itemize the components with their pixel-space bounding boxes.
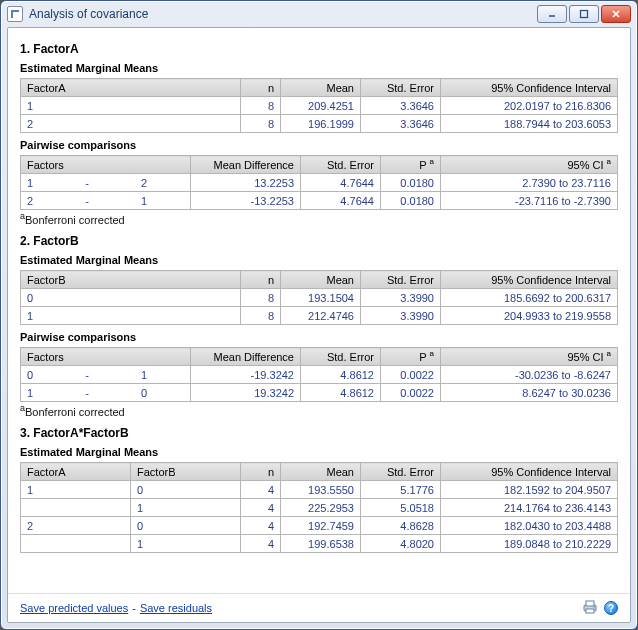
results-scroll[interactable]: 1. FactorAEstimated Marginal MeansFactor… xyxy=(8,28,630,593)
table-row: 104193.55505.1776182.1592 to 204.9507 xyxy=(21,481,618,499)
pairwise-table: FactorsMean DifferenceStd. ErrorP a95% C… xyxy=(20,347,618,402)
col-factors: Factors xyxy=(21,156,191,174)
svg-rect-1 xyxy=(581,11,588,18)
svg-point-7 xyxy=(593,606,595,608)
col-factors: Factors xyxy=(21,348,191,366)
col-ci: 95% CI a xyxy=(441,348,618,366)
col-diff: Mean Difference xyxy=(191,156,301,174)
emm-title: Estimated Marginal Means xyxy=(20,446,618,458)
maximize-button[interactable] xyxy=(569,5,599,23)
table-header-row: FactorAnMeanStd. Error95% Confidence Int… xyxy=(21,79,618,97)
col-fa: FactorA xyxy=(21,463,131,481)
pairwise-table: FactorsMean DifferenceStd. ErrorP a95% C… xyxy=(20,155,618,210)
col-se: Std. Error xyxy=(301,156,381,174)
footer-sep: - xyxy=(132,602,136,614)
col-mean: Mean xyxy=(281,463,361,481)
section-heading: 3. FactorA*FactorB xyxy=(20,426,618,440)
emm-table: FactorBnMeanStd. Error95% Confidence Int… xyxy=(20,270,618,325)
save-predicted-link[interactable]: Save predicted values xyxy=(20,602,128,614)
col-se: Std. Error xyxy=(361,463,441,481)
col-se: Std. Error xyxy=(301,348,381,366)
col-mean: Mean xyxy=(281,79,361,97)
col-ci: 95% CI a xyxy=(441,156,618,174)
col-ci: 95% Confidence Interval xyxy=(441,463,618,481)
table-header-row: FactorBnMeanStd. Error95% Confidence Int… xyxy=(21,271,618,289)
footer: Save predicted values - Save residuals ? xyxy=(8,593,630,622)
table-header-row: FactorsMean DifferenceStd. ErrorP a95% C… xyxy=(21,348,618,366)
document-icon xyxy=(7,6,23,22)
table-row: 0-1-19.32424.86120.0022-30.0236 to -8.62… xyxy=(21,366,618,384)
pairwise-title: Pairwise comparisons xyxy=(20,139,618,151)
close-button[interactable] xyxy=(601,5,631,23)
col-se: Std. Error xyxy=(361,79,441,97)
col-n: n xyxy=(241,271,281,289)
window-title: Analysis of covariance xyxy=(29,7,148,21)
window: Analysis of covariance 1. FactorAEstimat… xyxy=(0,0,638,630)
emm-table: FactorAnMeanStd. Error95% Confidence Int… xyxy=(20,78,618,133)
pairwise-title: Pairwise comparisons xyxy=(20,331,618,343)
print-icon[interactable] xyxy=(582,600,598,616)
table-row: 204192.74594.8628182.0430 to 203.4488 xyxy=(21,517,618,535)
table-header-row: FactorsMean DifferenceStd. ErrorP a95% C… xyxy=(21,156,618,174)
col-fb: FactorB xyxy=(131,463,241,481)
col-mean: Mean xyxy=(281,271,361,289)
table-row: 14199.65384.8020189.0848 to 210.2229 xyxy=(21,535,618,553)
emm2-table: FactorAFactorBnMeanStd. Error95% Confide… xyxy=(20,462,618,553)
minimize-button[interactable] xyxy=(537,5,567,23)
col-ci: 95% Confidence Interval xyxy=(441,271,618,289)
footnote: aBonferroni corrected xyxy=(20,406,618,418)
col-factor: FactorA xyxy=(21,79,241,97)
svg-rect-5 xyxy=(586,601,594,606)
table-row: 08193.15043.3990185.6692 to 200.6317 xyxy=(21,289,618,307)
emm-title: Estimated Marginal Means xyxy=(20,254,618,266)
col-ci: 95% Confidence Interval xyxy=(441,79,618,97)
emm-title: Estimated Marginal Means xyxy=(20,62,618,74)
help-icon[interactable]: ? xyxy=(604,601,618,615)
table-row: 28196.19993.3646188.7944 to 203.6053 xyxy=(21,115,618,133)
col-p: P a xyxy=(381,156,441,174)
table-row: 1-019.32424.86120.00228.6247 to 30.0236 xyxy=(21,384,618,402)
titlebar[interactable]: Analysis of covariance xyxy=(1,1,637,27)
table-row: 18209.42513.3646202.0197 to 216.8306 xyxy=(21,97,618,115)
col-factor: FactorB xyxy=(21,271,241,289)
table-row: 18212.47463.3990204.9933 to 219.9558 xyxy=(21,307,618,325)
footnote: aBonferroni corrected xyxy=(20,214,618,226)
client-area: 1. FactorAEstimated Marginal MeansFactor… xyxy=(7,27,631,623)
col-diff: Mean Difference xyxy=(191,348,301,366)
table-header-row: FactorAFactorBnMeanStd. Error95% Confide… xyxy=(21,463,618,481)
window-buttons xyxy=(537,5,631,23)
col-p: P a xyxy=(381,348,441,366)
section-heading: 1. FactorA xyxy=(20,42,618,56)
save-residuals-link[interactable]: Save residuals xyxy=(140,602,212,614)
col-n: n xyxy=(241,463,281,481)
col-se: Std. Error xyxy=(361,271,441,289)
svg-rect-6 xyxy=(586,609,594,613)
col-n: n xyxy=(241,79,281,97)
table-row: 1-213.22534.76440.01802.7390 to 23.7116 xyxy=(21,174,618,192)
table-row: 14225.29535.0518214.1764 to 236.4143 xyxy=(21,499,618,517)
table-row: 2-1-13.22534.76440.0180-23.7116 to -2.73… xyxy=(21,192,618,210)
section-heading: 2. FactorB xyxy=(20,234,618,248)
